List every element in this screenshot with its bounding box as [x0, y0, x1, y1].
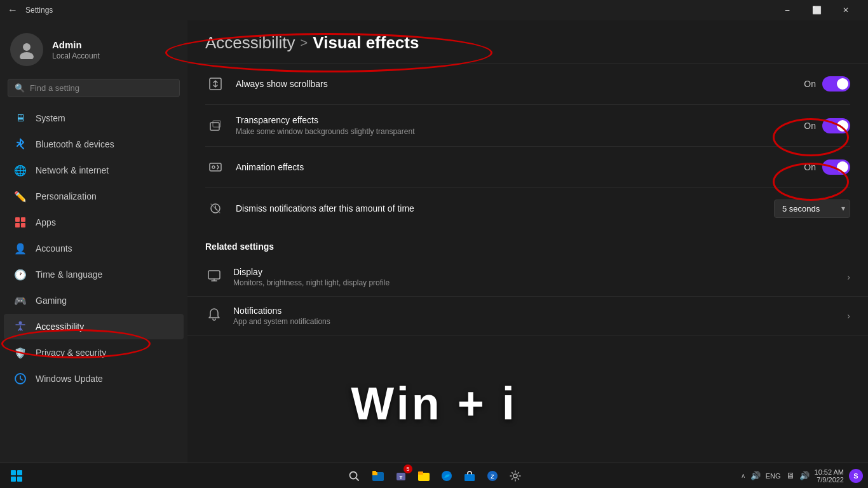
content-area: Accessibility > Visual effects Always sh…: [187, 20, 868, 463]
taskbar-app-explorer[interactable]: [368, 466, 388, 486]
related-display[interactable]: Display Monitors, brightness, night ligh…: [187, 258, 868, 297]
accounts-icon: 👤: [14, 242, 27, 255]
back-icon[interactable]: ←: [8, 4, 18, 16]
time-icon: 🕐: [14, 268, 27, 281]
svg-rect-28: [465, 474, 475, 481]
taskbar-search-button[interactable]: [342, 464, 365, 487]
setting-animation: Animation effects On: [205, 147, 850, 188]
user-info: Admin Local Account: [52, 39, 100, 60]
sidebar-item-system[interactable]: 🖥 System: [4, 105, 184, 131]
svg-point-12: [212, 166, 215, 168]
taskbar-app-edge[interactable]: [437, 466, 457, 486]
maximize-button[interactable]: ⬜: [802, 0, 831, 20]
sidebar-label-update: Windows Update: [36, 374, 103, 384]
taskbar-chevron[interactable]: ∧: [741, 472, 745, 479]
display-icon: [205, 269, 223, 286]
taskbar: T Z: [0, 463, 868, 488]
scrollbars-toggle-thumb: [837, 78, 848, 90]
notifications-icon: [205, 308, 223, 325]
taskbar-app-store[interactable]: [459, 466, 480, 486]
setting-transparency: Transparency effects Make some window ba…: [205, 105, 850, 147]
notifications-dismiss-dropdown[interactable]: 5 seconds 7 seconds 25 seconds 1 minute …: [774, 200, 850, 218]
display-desc: Monitors, brightness, night light, displ…: [233, 278, 837, 287]
setting-notifications-dismiss: Dismiss notifications after this amount …: [205, 188, 850, 229]
transparency-title: Transparency effects: [236, 115, 794, 125]
minimize-button[interactable]: –: [773, 0, 802, 20]
close-button[interactable]: ✕: [831, 0, 860, 20]
svg-rect-3: [21, 217, 25, 222]
svg-text:Z: Z: [491, 473, 494, 480]
transparency-toggle[interactable]: [822, 118, 850, 133]
sidebar-item-bluetooth[interactable]: Bluetooth & devices: [4, 132, 184, 157]
sidebar-item-privacy[interactable]: 🛡️ Privacy & security: [4, 340, 184, 365]
sidebar-item-update[interactable]: Windows Update: [4, 366, 184, 391]
sidebar-label-bluetooth: Bluetooth & devices: [36, 139, 114, 149]
svg-rect-18: [17, 477, 22, 482]
sidebar-item-gaming[interactable]: 🎮 Gaming: [4, 288, 184, 313]
sidebar-label-system: System: [36, 113, 65, 123]
start-button[interactable]: [5, 464, 28, 487]
content-header: Accessibility > Visual effects: [187, 20, 868, 64]
svg-rect-26: [418, 471, 423, 475]
setting-scrollbars: Always show scrollbars On: [205, 64, 850, 105]
search-input[interactable]: [30, 83, 173, 93]
sidebar-label-personalization: Personalization: [36, 191, 97, 201]
taskbar-eng-label[interactable]: ENG: [766, 472, 781, 480]
svg-rect-9: [210, 123, 219, 130]
taskbar-network-icon[interactable]: 🖥: [786, 471, 794, 480]
title-bar-title: Settings: [25, 6, 53, 15]
sidebar: Admin Local Account 🔍 🖥 System Bluetooth…: [0, 20, 187, 463]
apps-icon: [14, 216, 27, 229]
related-settings-header: Related settings: [187, 229, 868, 258]
search-box[interactable]: 🔍: [8, 79, 180, 97]
taskbar-app-filemanager[interactable]: [414, 466, 434, 486]
scrollbars-title: Always show scrollbars: [236, 79, 794, 89]
svg-rect-14: [208, 271, 220, 279]
sidebar-label-network: Network & internet: [36, 165, 109, 175]
transparency-icon: [205, 116, 226, 136]
sidebar-label-accounts: Accounts: [36, 243, 72, 254]
notifications-dismiss-title: Dismiss notifications after this amount …: [236, 203, 764, 214]
sidebar-item-personalization[interactable]: ✏️ Personalization: [4, 184, 184, 209]
related-notifications[interactable]: Notifications App and system notificatio…: [187, 297, 868, 336]
avatar: [10, 33, 43, 66]
svg-text:T: T: [400, 475, 403, 480]
svg-rect-22: [372, 471, 376, 473]
svg-rect-2: [15, 217, 20, 222]
taskbar-avatar[interactable]: S: [849, 469, 863, 483]
sidebar-item-accounts[interactable]: 👤 Accounts: [4, 236, 184, 261]
gaming-icon: 🎮: [14, 294, 27, 307]
sidebar-label-time: Time & language: [36, 269, 102, 280]
sidebar-item-apps[interactable]: Apps: [4, 210, 184, 235]
notifications-arrow: ›: [847, 311, 850, 321]
display-title: Display: [233, 267, 837, 277]
privacy-icon: 🛡️: [14, 346, 27, 359]
svg-rect-16: [17, 470, 22, 475]
svg-point-6: [19, 322, 22, 325]
taskbar-volume2-icon[interactable]: 🔊: [799, 471, 810, 480]
breadcrumb-separator: >: [301, 36, 308, 50]
sidebar-item-time[interactable]: 🕐 Time & language: [4, 262, 184, 287]
title-bar: ← Settings – ⬜ ✕: [0, 0, 868, 20]
sidebar-label-accessibility: Accessibility: [36, 322, 84, 332]
notifications-title: Notifications: [233, 306, 837, 316]
sidebar-item-accessibility[interactable]: Accessibility: [4, 314, 184, 339]
user-section[interactable]: Admin Local Account: [0, 20, 187, 76]
update-icon: [14, 372, 27, 385]
taskbar-volume-icon[interactable]: 🔊: [750, 471, 761, 480]
scrollbars-toggle[interactable]: [822, 76, 850, 92]
svg-rect-4: [15, 223, 20, 227]
taskbar-app-settings[interactable]: [505, 466, 526, 486]
notifications-dropdown-wrapper: 5 seconds 7 seconds 25 seconds 1 minute …: [774, 200, 850, 218]
taskbar-app-teams[interactable]: T: [391, 466, 411, 486]
breadcrumb-link[interactable]: Accessibility: [205, 33, 295, 53]
sidebar-item-network[interactable]: 🌐 Network & internet: [4, 158, 184, 183]
taskbar-app-unknown[interactable]: Z: [482, 466, 503, 486]
svg-point-1: [20, 52, 34, 59]
sidebar-label-apps: Apps: [36, 217, 56, 227]
breadcrumb: Accessibility > Visual effects: [205, 33, 850, 53]
svg-point-19: [350, 471, 357, 478]
taskbar-time[interactable]: 10:52 AM 7/9/2022: [815, 468, 844, 484]
notifications-desc: App and system notifications: [233, 317, 837, 326]
animation-toggle[interactable]: [822, 159, 850, 175]
